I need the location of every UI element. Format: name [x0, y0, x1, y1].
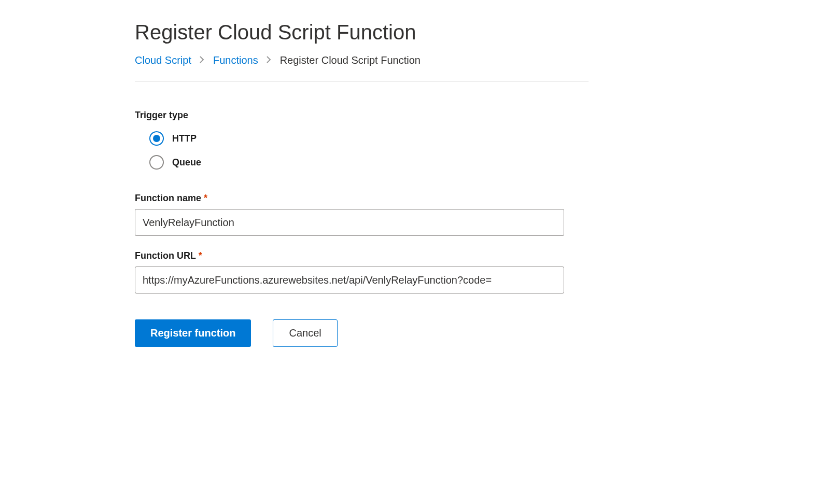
function-name-label-text: Function name [135, 193, 201, 203]
chevron-right-icon [267, 56, 272, 65]
function-url-input[interactable] [135, 267, 564, 293]
function-name-input[interactable] [135, 209, 564, 236]
radio-label-http: HTTP [172, 133, 197, 144]
radio-option-http[interactable]: HTTP [149, 131, 840, 146]
trigger-type-label: Trigger type [135, 110, 840, 121]
button-row: Register function Cancel [135, 319, 840, 347]
breadcrumb-current: Register Cloud Script Function [280, 54, 421, 66]
trigger-type-section: Trigger type HTTP Queue [135, 110, 840, 170]
function-url-label-text: Function URL [135, 250, 196, 261]
page-title: Register Cloud Script Function [135, 21, 840, 44]
divider [135, 81, 589, 81]
function-url-field: Function URL * [135, 250, 840, 293]
radio-option-queue[interactable]: Queue [149, 155, 840, 170]
function-name-field: Function name * [135, 193, 840, 236]
function-url-label: Function URL * [135, 250, 840, 261]
cancel-button[interactable]: Cancel [273, 319, 337, 347]
breadcrumb-functions[interactable]: Functions [213, 54, 258, 66]
radio-icon [149, 131, 164, 146]
function-name-label: Function name * [135, 193, 840, 204]
radio-icon [149, 155, 164, 170]
trigger-type-radio-group: HTTP Queue [135, 131, 840, 170]
required-asterisk-icon: * [204, 193, 207, 203]
radio-label-queue: Queue [172, 157, 201, 168]
required-asterisk-icon: * [199, 250, 202, 261]
breadcrumb: Cloud Script Functions Register Cloud Sc… [135, 54, 840, 66]
radio-dot-icon [153, 135, 160, 142]
chevron-right-icon [200, 56, 205, 65]
breadcrumb-cloud-script[interactable]: Cloud Script [135, 54, 191, 66]
register-function-button[interactable]: Register function [135, 319, 251, 347]
